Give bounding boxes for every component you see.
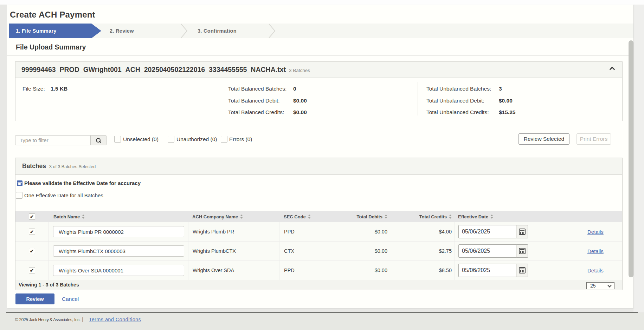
row-checkbox[interactable] xyxy=(29,267,35,273)
right-margin xyxy=(633,5,644,312)
file-name-text: 999994463_PROD_GWright001_ACH_2025040502… xyxy=(21,66,286,73)
date-picker-button[interactable] xyxy=(516,244,528,258)
column-header-debits[interactable]: Total Debits xyxy=(357,214,387,219)
balanced-debit-value: $0.00 xyxy=(293,98,307,104)
row-checkbox[interactable] xyxy=(29,248,35,254)
unbalanced-batches-value: 3 xyxy=(499,86,502,92)
errors-checkbox[interactable] xyxy=(221,136,227,143)
date-picker-button[interactable] xyxy=(516,225,528,238)
credits-cell: $4.00 xyxy=(392,222,455,241)
sec-cell: PPD xyxy=(279,222,332,241)
review-selected-button[interactable]: Review Selected xyxy=(519,133,569,145)
company-cell: Wrights Plumb PR xyxy=(188,222,279,241)
wizard-step2-label: 2. Review xyxy=(110,24,134,38)
section-divider xyxy=(7,55,633,56)
section-title: File Upload Summary xyxy=(16,43,86,51)
wizard-chevron-icon xyxy=(268,24,276,38)
column-header-batch-name[interactable]: Batch Name xyxy=(53,214,85,219)
review-button[interactable]: Review xyxy=(15,293,54,304)
sort-icon xyxy=(490,214,493,219)
print-errors-button[interactable]: Print Errors xyxy=(577,133,611,145)
unauthorized-checkbox[interactable] xyxy=(168,136,174,143)
balanced-credits-label: Total Balanced Credits: xyxy=(228,109,284,116)
column-header-credits[interactable]: Total Credits xyxy=(419,214,452,219)
batches-subtitle: 3 of 3 Batches Selected xyxy=(49,164,96,169)
calendar-icon xyxy=(519,267,526,273)
sort-icon xyxy=(449,214,452,219)
select-all-checkbox[interactable] xyxy=(29,213,35,220)
errors-label: Errors (0) xyxy=(229,136,252,143)
batch-row: Wrights Plumb PR PPD $0.00 $4.00 Details xyxy=(15,222,622,242)
unselected-checkbox[interactable] xyxy=(114,136,121,143)
wizard-chevron-icon xyxy=(180,24,188,38)
details-link[interactable]: Details xyxy=(587,268,604,273)
cancel-link[interactable]: Cancel xyxy=(62,296,79,302)
batch-name-input[interactable] xyxy=(53,245,184,257)
calendar-icon xyxy=(519,248,526,254)
company-cell: Wrights Over SDA xyxy=(188,261,279,280)
calendar-icon xyxy=(519,229,526,235)
balanced-batches-value: 0 xyxy=(293,86,296,92)
search-button[interactable] xyxy=(91,135,107,145)
batches-title-text: Batches xyxy=(22,163,46,170)
top-strip xyxy=(0,0,644,5)
search-icon xyxy=(96,138,101,143)
effective-date-input[interactable] xyxy=(458,264,516,277)
footer: © 2025 Jack Henry & Associates, Inc. | T… xyxy=(0,313,644,330)
file-batches-count: 3 Batches xyxy=(289,68,310,73)
file-size-value: 1.5 KB xyxy=(51,86,67,92)
wizard-step1-label: 1. File Summary xyxy=(16,24,57,38)
sec-cell: CTX xyxy=(279,242,332,260)
file-summary-panel: 999994463_PROD_GWright001_ACH_2025040502… xyxy=(15,61,623,121)
sec-cell: PPD xyxy=(279,261,332,280)
validate-message: Please validate the Effective Date for a… xyxy=(24,180,141,186)
panel-separator xyxy=(418,82,418,116)
sort-icon xyxy=(308,214,311,219)
unbalanced-debit-label: Total Unbalanced Debit: xyxy=(426,98,484,104)
sort-icon xyxy=(82,214,85,219)
company-cell: Wrights PlumbCTX xyxy=(188,242,279,260)
viewing-text: Viewing 1 - 3 of 3 Batches xyxy=(19,282,79,288)
details-link[interactable]: Details xyxy=(587,229,604,235)
effective-date-input[interactable] xyxy=(458,225,516,238)
sort-icon xyxy=(240,214,243,219)
terms-link[interactable]: Terms and Conditions xyxy=(89,317,141,322)
credits-cell: $8.50 xyxy=(392,261,455,280)
debits-cell: $0.00 xyxy=(332,261,392,280)
file-panel-header[interactable]: 999994463_PROD_GWright001_ACH_2025040502… xyxy=(15,62,622,78)
sort-icon xyxy=(385,214,387,219)
footer-copyright: © 2025 Jack Henry & Associates, Inc. xyxy=(15,317,80,322)
table-footer: Viewing 1 - 3 of 3 Batches 25 xyxy=(15,280,622,290)
column-header-date[interactable]: Effective Date xyxy=(458,214,493,219)
footer-separator: | xyxy=(82,316,83,322)
calendar-icon xyxy=(17,180,22,186)
batch-name-input[interactable] xyxy=(53,226,184,237)
batches-panel-header: Batches3 of 3 Batches Selected xyxy=(15,158,622,175)
filter-input[interactable] xyxy=(15,135,91,145)
batches-title: Batches3 of 3 Batches Selected xyxy=(22,163,96,170)
collapse-chevron-icon[interactable] xyxy=(610,67,615,72)
details-link[interactable]: Details xyxy=(587,248,604,254)
effective-date-input[interactable] xyxy=(458,244,516,258)
date-picker-button[interactable] xyxy=(516,264,528,277)
column-header-company[interactable]: ACH Company Name xyxy=(192,214,243,219)
scrollbar-thumb[interactable] xyxy=(629,40,633,277)
file-name: 999994463_PROD_GWright001_ACH_2025040502… xyxy=(21,66,310,74)
row-checkbox[interactable] xyxy=(29,229,35,235)
one-date-checkbox[interactable] xyxy=(16,192,22,199)
credits-cell: $2.75 xyxy=(392,242,455,260)
wizard-step3-label: 3. Confirmation xyxy=(198,24,237,38)
wizard-bar: 1. File Summary 2. Review 3. Confirmatio… xyxy=(9,24,633,38)
panel-separator xyxy=(220,82,220,116)
column-header-sec[interactable]: SEC Code xyxy=(284,214,311,219)
balanced-debit-label: Total Balanced Debit: xyxy=(228,98,279,104)
balanced-credits-value: $0.00 xyxy=(293,109,307,116)
batch-row: Wrights Over SDA PPD $0.00 $8.50 Details xyxy=(15,261,622,280)
unauthorized-label: Unauthorized (0) xyxy=(176,136,217,143)
batch-name-input[interactable] xyxy=(53,265,184,276)
unbalanced-credits-label: Total Unbalanced Credits: xyxy=(426,109,489,116)
unbalanced-batches-label: Total Unbalanced Batches: xyxy=(426,86,491,92)
unbalanced-debit-value: $0.00 xyxy=(499,98,513,104)
unbalanced-credits-value: $15.25 xyxy=(499,109,515,116)
file-size-label: File Size: xyxy=(22,86,45,92)
